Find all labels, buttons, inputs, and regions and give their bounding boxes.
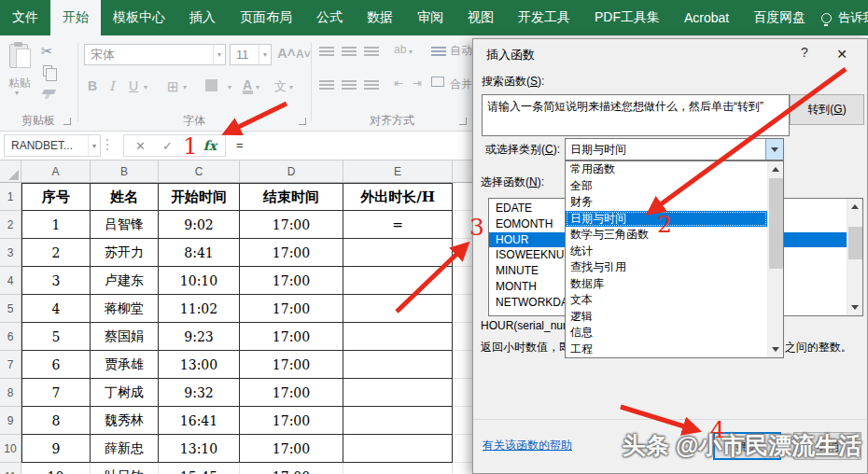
row-header-10[interactable]: 10 bbox=[0, 435, 21, 463]
cell-A3[interactable]: 2 bbox=[21, 239, 91, 267]
ribbon-tab-插入[interactable]: 插入 bbox=[177, 0, 228, 35]
scroll-down-icon[interactable] bbox=[772, 347, 779, 352]
fill-color-dropdown-icon[interactable]: ▾ bbox=[228, 83, 231, 91]
category-combobox[interactable]: 日期与时间 bbox=[565, 138, 784, 160]
ribbon-tab-开始[interactable]: 开始 bbox=[50, 0, 101, 35]
cell-B2[interactable]: 吕智锋 bbox=[91, 211, 159, 239]
row-header-4[interactable]: 4 bbox=[0, 267, 21, 295]
row-header-3[interactable]: 3 bbox=[0, 239, 21, 267]
align-top-icon[interactable] bbox=[319, 47, 334, 57]
row-header-11[interactable]: 11 bbox=[0, 463, 21, 474]
cell-B8[interactable]: 丁树成 bbox=[91, 379, 159, 407]
ribbon-tab-审阅[interactable]: 审阅 bbox=[405, 0, 455, 35]
category-option-数据库[interactable]: 数据库 bbox=[566, 276, 767, 293]
orientation-dropdown-icon[interactable]: ▾ bbox=[409, 48, 413, 56]
cell-D7[interactable]: 17:00 bbox=[240, 351, 343, 379]
cell-C9[interactable]: 16:41 bbox=[159, 407, 240, 435]
cell-A9[interactable]: 8 bbox=[21, 407, 91, 435]
cell-A4[interactable]: 3 bbox=[21, 267, 91, 295]
dialog-close-icon[interactable]: ✕ bbox=[828, 44, 856, 64]
clipboard-dialog-launcher[interactable] bbox=[63, 118, 71, 125]
align-bottom-icon[interactable] bbox=[364, 47, 379, 57]
category-option-全部[interactable]: 全部 bbox=[566, 178, 767, 195]
cell-B5[interactable]: 蒋柳堂 bbox=[91, 295, 159, 323]
column-header-A[interactable]: A bbox=[21, 160, 91, 183]
ribbon-tab-公式[interactable]: 公式 bbox=[304, 0, 355, 35]
confirm-entry-icon[interactable]: ✓ bbox=[162, 139, 173, 153]
ribbon-tab-开发工具[interactable]: 开发工具 bbox=[506, 0, 582, 35]
select-all-button[interactable] bbox=[0, 160, 21, 183]
cell-C5[interactable]: 11:02 bbox=[159, 295, 240, 323]
cell-E4[interactable] bbox=[343, 267, 453, 295]
cell-C7[interactable]: 13:00 bbox=[159, 351, 240, 379]
scrollbar-thumb[interactable] bbox=[769, 178, 783, 269]
tell-me-box[interactable]: 告诉我您想 bbox=[818, 0, 868, 35]
cell-D11[interactable]: 17:00 bbox=[240, 463, 343, 474]
phonetic-icon[interactable]: 文 bbox=[274, 78, 287, 95]
cell-D6[interactable]: 17:00 bbox=[240, 323, 343, 351]
cell-B10[interactable]: 薛新忠 bbox=[91, 435, 159, 463]
category-option-文本[interactable]: 文本 bbox=[566, 292, 767, 309]
cell-E5[interactable] bbox=[343, 295, 453, 323]
cell-C2[interactable]: 9:02 bbox=[159, 211, 240, 239]
fill-color-icon[interactable] bbox=[205, 79, 217, 88]
cell-E9[interactable] bbox=[343, 407, 453, 435]
ribbon-tab-视图[interactable]: 视图 bbox=[455, 0, 506, 35]
align-center-icon[interactable] bbox=[342, 80, 357, 91]
category-option-数学与三角函数[interactable]: 数学与三角函数 bbox=[566, 227, 767, 244]
category-option-查找与引用[interactable]: 查找与引用 bbox=[566, 259, 767, 276]
row-header-5[interactable]: 5 bbox=[0, 295, 21, 323]
cell-C10[interactable]: 13:10 bbox=[159, 435, 240, 463]
category-option-逻辑[interactable]: 逻辑 bbox=[566, 309, 767, 326]
increase-indent-icon[interactable]: ⇥ bbox=[413, 77, 422, 90]
decrease-indent-icon[interactable]: ⇤ bbox=[394, 77, 403, 90]
cancel-entry-icon[interactable]: ✕ bbox=[135, 139, 146, 153]
cell-D1[interactable]: 结束时间 bbox=[240, 183, 343, 211]
category-option-常用函数[interactable]: 常用函数 bbox=[566, 161, 767, 178]
cell-B4[interactable]: 卢建东 bbox=[91, 267, 159, 295]
goto-button[interactable]: 转到(G) bbox=[790, 94, 864, 125]
search-function-input[interactable]: 请输入一条简短说明来描述您想做什么，然后单击“转到” bbox=[482, 94, 790, 136]
ribbon-tab-模板中心[interactable]: 模板中心 bbox=[101, 0, 177, 35]
align-left-icon[interactable] bbox=[319, 80, 334, 91]
paste-button[interactable]: 粘贴 ▾ bbox=[0, 35, 39, 108]
row-header-2[interactable]: 2 bbox=[0, 211, 21, 239]
cell-B7[interactable]: 贾承雄 bbox=[91, 351, 159, 379]
column-header-D[interactable]: D bbox=[240, 160, 343, 183]
ribbon-tab-百度网盘[interactable]: 百度网盘 bbox=[741, 0, 818, 35]
column-header-C[interactable]: C bbox=[159, 160, 240, 183]
function-list-scrollbar[interactable] bbox=[847, 199, 862, 315]
format-painter-icon[interactable] bbox=[42, 90, 56, 94]
cell-B6[interactable]: 蔡国娟 bbox=[91, 323, 159, 351]
italic-icon[interactable]: I bbox=[109, 78, 115, 93]
row-header-7[interactable]: 7 bbox=[0, 351, 21, 379]
font-color-icon[interactable]: A bbox=[243, 77, 252, 92]
cell-A11[interactable]: 10 bbox=[21, 463, 91, 474]
dropdown-scrollbar[interactable] bbox=[767, 161, 783, 357]
ribbon-tab-文件[interactable]: 文件 bbox=[0, 0, 50, 35]
scroll-up-icon[interactable] bbox=[851, 204, 859, 209]
scroll-up-icon[interactable] bbox=[772, 167, 779, 172]
cell-B11[interactable]: 叶日钦 bbox=[91, 463, 159, 474]
name-box-resize-handle[interactable] bbox=[106, 139, 108, 153]
cell-C6[interactable]: 9:23 bbox=[159, 323, 240, 351]
cell-C8[interactable]: 9:32 bbox=[159, 379, 240, 407]
name-box-dropdown-icon[interactable]: ▾ bbox=[88, 135, 100, 156]
cell-E2[interactable]: = bbox=[343, 211, 453, 239]
font-name-combo[interactable]: 宋体 ▾ bbox=[84, 44, 226, 65]
row-header-9[interactable]: 9 bbox=[0, 407, 21, 435]
cell-B3[interactable]: 苏开力 bbox=[91, 239, 159, 267]
row-header-8[interactable]: 8 bbox=[0, 379, 21, 407]
cell-E11[interactable] bbox=[343, 463, 453, 474]
cell-E8[interactable] bbox=[343, 379, 453, 407]
name-box[interactable]: RANDBET... ▾ bbox=[4, 134, 101, 157]
cell-D3[interactable]: 17:00 bbox=[240, 239, 343, 267]
cell-D5[interactable]: 17:00 bbox=[240, 295, 343, 323]
cell-B1[interactable]: 姓名 bbox=[91, 183, 159, 211]
copy-icon[interactable] bbox=[43, 65, 52, 77]
category-option-工程[interactable]: 工程 bbox=[566, 342, 767, 358]
cell-E3[interactable] bbox=[343, 239, 453, 267]
category-option-日期与时间[interactable]: 日期与时间 bbox=[566, 211, 767, 228]
cell-C11[interactable]: 15:45 bbox=[159, 463, 240, 474]
dialog-help-button[interactable]: ? bbox=[794, 45, 815, 63]
